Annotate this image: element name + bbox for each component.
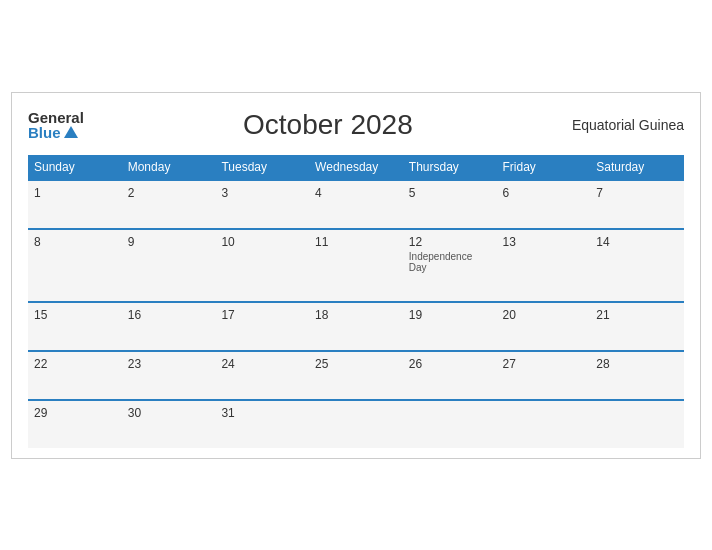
calendar-cell: 14 bbox=[590, 229, 684, 302]
logo-general-text: General bbox=[28, 110, 84, 125]
day-number: 4 bbox=[315, 186, 397, 200]
calendar-cell: 29 bbox=[28, 400, 122, 448]
day-number: 7 bbox=[596, 186, 678, 200]
day-number: 23 bbox=[128, 357, 210, 371]
calendar-cell bbox=[309, 400, 403, 448]
calendar-cell: 18 bbox=[309, 302, 403, 351]
calendar-cell: 2 bbox=[122, 180, 216, 229]
day-number: 24 bbox=[221, 357, 303, 371]
day-number: 26 bbox=[409, 357, 491, 371]
calendar-cell: 27 bbox=[497, 351, 591, 400]
logo: General Blue bbox=[28, 110, 84, 140]
day-number: 19 bbox=[409, 308, 491, 322]
calendar-grid: SundayMondayTuesdayWednesdayThursdayFrid… bbox=[28, 155, 684, 448]
calendar-cell: 26 bbox=[403, 351, 497, 400]
weekday-header: Monday bbox=[122, 155, 216, 180]
calendar-week-row: 22232425262728 bbox=[28, 351, 684, 400]
calendar-cell: 1 bbox=[28, 180, 122, 229]
day-number: 13 bbox=[503, 235, 585, 249]
day-number: 20 bbox=[503, 308, 585, 322]
calendar-container: General Blue October 2028 Equatorial Gui… bbox=[11, 92, 701, 459]
calendar-cell: 7 bbox=[590, 180, 684, 229]
day-number: 31 bbox=[221, 406, 303, 420]
day-number: 25 bbox=[315, 357, 397, 371]
weekday-header-row: SundayMondayTuesdayWednesdayThursdayFrid… bbox=[28, 155, 684, 180]
day-number: 18 bbox=[315, 308, 397, 322]
calendar-cell: 22 bbox=[28, 351, 122, 400]
calendar-cell: 5 bbox=[403, 180, 497, 229]
logo-blue-text: Blue bbox=[28, 125, 84, 140]
day-number: 6 bbox=[503, 186, 585, 200]
calendar-cell: 30 bbox=[122, 400, 216, 448]
weekday-header: Sunday bbox=[28, 155, 122, 180]
day-number: 3 bbox=[221, 186, 303, 200]
day-number: 28 bbox=[596, 357, 678, 371]
calendar-week-row: 89101112Independence Day1314 bbox=[28, 229, 684, 302]
calendar-cell: 20 bbox=[497, 302, 591, 351]
day-number: 5 bbox=[409, 186, 491, 200]
calendar-cell: 17 bbox=[215, 302, 309, 351]
weekday-header: Friday bbox=[497, 155, 591, 180]
calendar-title: October 2028 bbox=[243, 109, 413, 141]
calendar-cell: 31 bbox=[215, 400, 309, 448]
logo-triangle-icon bbox=[64, 126, 78, 138]
calendar-cell: 3 bbox=[215, 180, 309, 229]
calendar-cell: 19 bbox=[403, 302, 497, 351]
day-number: 21 bbox=[596, 308, 678, 322]
calendar-cell bbox=[590, 400, 684, 448]
day-number: 1 bbox=[34, 186, 116, 200]
day-number: 8 bbox=[34, 235, 116, 249]
day-number: 14 bbox=[596, 235, 678, 249]
calendar-cell: 10 bbox=[215, 229, 309, 302]
day-number: 29 bbox=[34, 406, 116, 420]
calendar-week-row: 15161718192021 bbox=[28, 302, 684, 351]
calendar-cell: 23 bbox=[122, 351, 216, 400]
calendar-cell: 9 bbox=[122, 229, 216, 302]
day-number: 30 bbox=[128, 406, 210, 420]
calendar-week-row: 1234567 bbox=[28, 180, 684, 229]
day-number: 15 bbox=[34, 308, 116, 322]
day-number: 9 bbox=[128, 235, 210, 249]
weekday-header: Tuesday bbox=[215, 155, 309, 180]
calendar-cell: 24 bbox=[215, 351, 309, 400]
day-number: 10 bbox=[221, 235, 303, 249]
day-number: 12 bbox=[409, 235, 491, 249]
calendar-cell bbox=[497, 400, 591, 448]
day-number: 22 bbox=[34, 357, 116, 371]
calendar-cell: 15 bbox=[28, 302, 122, 351]
calendar-country: Equatorial Guinea bbox=[572, 117, 684, 133]
calendar-cell: 8 bbox=[28, 229, 122, 302]
calendar-cell: 25 bbox=[309, 351, 403, 400]
calendar-cell: 16 bbox=[122, 302, 216, 351]
weekday-header: Saturday bbox=[590, 155, 684, 180]
calendar-cell: 4 bbox=[309, 180, 403, 229]
weekday-header: Wednesday bbox=[309, 155, 403, 180]
weekday-header: Thursday bbox=[403, 155, 497, 180]
day-number: 11 bbox=[315, 235, 397, 249]
calendar-week-row: 293031 bbox=[28, 400, 684, 448]
calendar-cell: 11 bbox=[309, 229, 403, 302]
calendar-cell bbox=[403, 400, 497, 448]
calendar-cell: 21 bbox=[590, 302, 684, 351]
calendar-cell: 13 bbox=[497, 229, 591, 302]
day-number: 17 bbox=[221, 308, 303, 322]
calendar-header: General Blue October 2028 Equatorial Gui… bbox=[28, 109, 684, 141]
event-label: Independence Day bbox=[409, 251, 491, 273]
calendar-cell: 28 bbox=[590, 351, 684, 400]
calendar-cell: 6 bbox=[497, 180, 591, 229]
day-number: 16 bbox=[128, 308, 210, 322]
calendar-cell: 12Independence Day bbox=[403, 229, 497, 302]
day-number: 2 bbox=[128, 186, 210, 200]
day-number: 27 bbox=[503, 357, 585, 371]
